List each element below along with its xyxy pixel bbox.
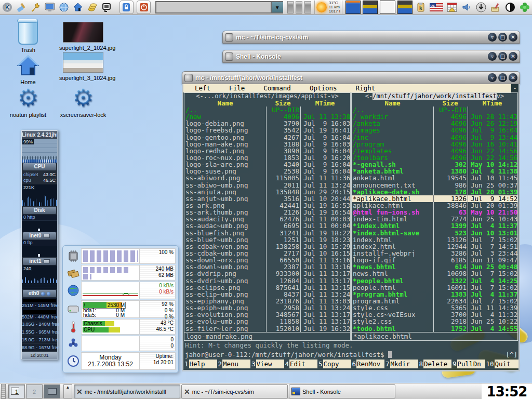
inet0-button[interactable]	[44, 234, 50, 238]
file-row[interactable]: logo-gentoo.png4267Jul 9 16:04	[184, 134, 350, 141]
panel-hide-button[interactable]	[1, 384, 6, 399]
desktop-icon-noatun[interactable]: ⚙ noatun playlist	[3, 86, 53, 119]
speaker-icon[interactable]	[460, 1, 473, 14]
file-row[interactable]: ss-downl~orx.png66550Jul 11 13:16	[184, 257, 350, 263]
monitor-clamp-icon[interactable]	[101, 1, 113, 14]
file-row[interactable]: style2.css2918Jun 25 10:22	[352, 318, 517, 325]
column-name[interactable]: Name	[352, 100, 433, 107]
column-size[interactable]: Size	[266, 100, 300, 107]
file-row[interactable]: ss-filer~ler.png152010Jul 19 16:32	[184, 325, 350, 332]
file-row[interactable]: /new4096Jul 11 13:38	[184, 113, 350, 120]
column-name[interactable]: Name	[184, 100, 266, 107]
file-row[interactable]: ss-dvdri~umb.png12684Jul 11 13:17	[184, 277, 350, 284]
file-row[interactable]: *-genall.sh302May 10 14:12	[352, 161, 517, 168]
maximize-button[interactable]: □	[498, 52, 507, 61]
desktop-icon-superlight3[interactable]: superlight_3_1024.jpg	[58, 52, 108, 82]
fkey-button[interactable]: 2Menu	[217, 360, 251, 368]
weather-applet[interactable]: 31°C11 km1017 I	[314, 1, 342, 14]
column-mtime[interactable]: MTime	[467, 100, 517, 107]
run-command-input[interactable]	[156, 2, 270, 12]
run-command-box[interactable]: ▼	[155, 1, 283, 14]
file-row[interactable]: logo-man~ake.png3188Jul 9 16:03	[184, 141, 350, 148]
file-row[interactable]: /..UP--DIR	[184, 107, 350, 113]
file-row[interactable]: logo-suse.png2538Jul 9 16:04	[184, 168, 350, 175]
coins-icon[interactable]	[86, 1, 98, 14]
run-dropdown-arrow[interactable]: ▼	[271, 2, 283, 12]
desktop-icon-home[interactable]: Home	[3, 54, 53, 86]
desktop-icon-trash[interactable]: Trash	[3, 20, 53, 54]
taskbar-task-mc-sim[interactable]: ✕ mc - ~/T/sim-icq-cvs/sim	[181, 384, 288, 398]
monitor-graph-3[interactable]	[380, 1, 395, 14]
close-button[interactable]: ✕	[509, 73, 517, 82]
menu-item[interactable]: Left	[195, 84, 210, 92]
file-row[interactable]: *index.bhtml1399Jul 4 11:37	[352, 222, 517, 229]
applet-slider-3[interactable]	[304, 1, 311, 14]
contrast-icon[interactable]	[504, 1, 516, 14]
fkey-button[interactable]: 8Delete	[418, 360, 452, 368]
file-row[interactable]: ss-bluef~umb.png1251Jul 19 18:23	[184, 236, 350, 243]
file-row[interactable]: /toolbars4096Jun 22 14:56	[352, 154, 517, 161]
taskbar-clock[interactable]: 13:52	[482, 383, 532, 399]
fkey-button[interactable]: 10Quit	[485, 360, 519, 368]
inet1-button[interactable]	[44, 259, 50, 263]
file-row[interactable]: ss-cdbak~ven.png138258Jul 10 15:29	[184, 243, 350, 250]
column-size[interactable]: Size	[433, 100, 467, 107]
taskbar-task-mc-installfest[interactable]: ✕ mc - /mnt/stuff/jahor/work/installf	[74, 384, 180, 398]
file-row[interactable]: anketa.html19545Jul 10 11:45	[352, 175, 517, 181]
monitor-graph-4[interactable]	[397, 1, 413, 14]
fkey-button[interactable]: 6RenMov	[351, 360, 385, 368]
taskbar-up-arrow[interactable]: ▲	[63, 384, 72, 398]
file-row[interactable]: style.cs~veIEsux3700Jul 4 11:32	[352, 311, 517, 318]
file-row[interactable]: aplikace.html38846Jul 20 01:39	[352, 202, 517, 209]
file-row[interactable]: index2.html12944Jul 7 14:51	[352, 243, 517, 250]
file-row[interactable]: ss-anjut~umb.png3516Jul 10 20:44	[184, 195, 350, 202]
file-row[interactable]: logo-roc~nux.png1853Jul 9 16:20	[184, 154, 350, 161]
file-row[interactable]: /program4096Jun 16 10:41	[352, 141, 517, 148]
display-icon[interactable]	[44, 1, 56, 14]
home-icon[interactable]	[72, 1, 84, 14]
download-arrow-icon[interactable]	[475, 1, 487, 14]
file-row[interactable]: ss-ark.thumb.png2126Jul 19 16:54	[184, 209, 350, 216]
file-row[interactable]: *todo.bhtml1752Jul 4 14:55	[352, 325, 517, 332]
file-row[interactable]: logo-sla~are.png4340Jul 9 16:04	[184, 161, 350, 168]
paintbrush-icon[interactable]	[15, 1, 27, 14]
wrench-icon[interactable]	[30, 1, 42, 14]
file-row[interactable]: ss-epiph~umb.png2958Jul 11 13:24	[184, 304, 350, 311]
file-row[interactable]: ss-evolution.png348567Jul 11 13:17	[184, 311, 350, 318]
monitor-graph-2[interactable]	[363, 1, 378, 14]
file-row[interactable]: ss-eclipse.png875641Jul 11 13:15	[184, 284, 350, 291]
stamp-icon[interactable]	[489, 1, 502, 14]
file-row[interactable]: index.html13126Jul 7 15:02	[352, 236, 517, 243]
menu-item[interactable]: File	[229, 84, 245, 92]
fkey-button[interactable]: 9PullDn	[451, 360, 485, 368]
file-row[interactable]: ss-anjuta.png135848Jun 29 20:15	[184, 189, 350, 195]
file-row[interactable]: index-tim.html7274Jun 25 10:43	[352, 216, 517, 222]
file-row[interactable]: *news.bhtml614Jun 25 00:48	[352, 263, 517, 270]
window-mc-sim[interactable]: mc - ~/T/sim-icq-cvs/sim ▿ □ ✕	[222, 31, 520, 44]
window-mc-installfest[interactable]: mc - /mnt/stuff/jahor/work/installfest ▿…	[182, 71, 520, 371]
keyboard-layout-flag[interactable]: US	[429, 1, 444, 14]
file-row[interactable]: /_workdir4096Jun 28 11:43	[352, 113, 517, 120]
menu-item[interactable]: Right	[356, 84, 376, 92]
file-row[interactable]: *anketa.bhtml1380Jul 4 11:38	[352, 168, 517, 175]
file-row[interactable]: people.html16091Jul 7 15:02	[352, 284, 517, 291]
taskbar-task-konsole[interactable]: Shell - Konsole	[289, 384, 395, 398]
fkey-button[interactable]: 1Help	[183, 360, 217, 368]
column-mtime[interactable]: MTime	[300, 100, 350, 107]
file-row[interactable]: @html_fun~ions.sh63May 10 21:50	[352, 209, 517, 216]
file-row[interactable]: *index.bhtml-save523Jun 10 13:01	[352, 230, 517, 236]
file-row[interactable]: ss-epiphany.png231876Jul 11 13:03	[184, 298, 350, 304]
file-row[interactable]: ss-abiwo~umb.png2011Jul 11 13:24	[184, 182, 350, 189]
maximize-button[interactable]: □	[498, 33, 507, 42]
file-row[interactable]: ss-abiword.png115005Jul 11 11:36	[184, 175, 350, 181]
file-row[interactable]: announcement.txt986Jun 25 00:37	[352, 182, 517, 189]
file-row[interactable]: logo-freebsd.png3542Jul 19 16:41	[184, 127, 350, 134]
file-row[interactable]: installf~.webprj3286Jul 3 23:44	[352, 250, 517, 257]
pager-desktop-3[interactable]	[44, 384, 60, 398]
gkrellm-monitor[interactable]: Linux 2.4.21jhr 99% CPU chipset43.0C cpu…	[21, 130, 58, 360]
file-row[interactable]: *aplikace~date.sh178Jul 20 01:39	[352, 189, 517, 195]
file-row[interactable]: ss-audac~umb.png6695Jul 11 00:04	[184, 222, 350, 229]
monitor-graph-1[interactable]	[345, 1, 361, 14]
menu-item[interactable]: Command	[263, 84, 291, 92]
window-shell-konsole[interactable]: Shell - Konsole ▿ □ ✕	[222, 50, 520, 63]
